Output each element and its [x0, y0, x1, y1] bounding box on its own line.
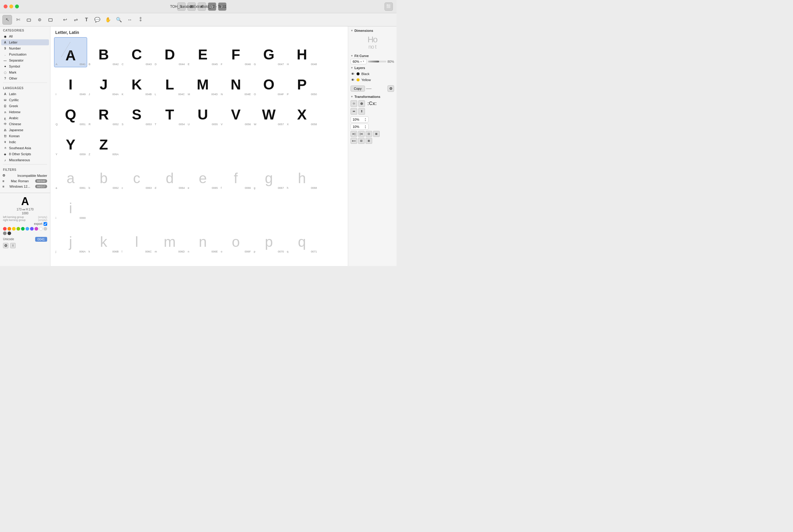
color-green[interactable] [21, 227, 25, 231]
sidebar-item-indic[interactable]: ड Indic [1, 139, 49, 145]
maximize-button[interactable] [15, 4, 19, 8]
sidebar-item-greek[interactable]: Ω Greek [1, 103, 49, 109]
glyph-cell-N[interactable]: N N004E [219, 67, 252, 97]
glyph-cell-m[interactable]: m m006D [153, 225, 186, 254]
sidebar-item-letter[interactable]: A Letter [1, 39, 49, 45]
pen-tool[interactable] [35, 15, 44, 25]
color-pink[interactable] [35, 227, 38, 231]
sidebar-item-korean[interactable]: 한 Korean [1, 133, 49, 139]
transform-btn-1[interactable]: ⊳| [351, 131, 357, 137]
sidebar-item-other-scripts[interactable]: ◈ 8 Other Scripts [1, 151, 49, 157]
filter-incompatible[interactable]: ⚙ Incompatible Master [0, 173, 50, 178]
sidebar-item-other[interactable]: ? Other [1, 75, 49, 81]
color-darkgray[interactable] [7, 231, 11, 235]
glyph-cell-b[interactable]: b b0062 [87, 161, 120, 191]
glyph-cell-P[interactable]: P P0050 [285, 67, 318, 97]
transform-btn-3[interactable]: ⊡ [366, 131, 372, 137]
color-orange[interactable] [7, 227, 11, 231]
transform-center[interactable]: ⊕ [358, 100, 365, 107]
glyph-cell-c[interactable]: c c0063 [120, 161, 153, 191]
glyph-cell-F[interactable]: F F0046 [219, 37, 252, 67]
gear-settings-button[interactable]: ⚙ [3, 243, 8, 248]
glyph-cell-d[interactable]: d d0064 [153, 161, 186, 191]
transform-btn-6[interactable]: ⊟ [358, 138, 365, 144]
transform-flip-h[interactable]: ⇔ [351, 108, 357, 115]
flip-tool[interactable]: ⇌ [71, 15, 80, 25]
sidebar-item-southeast-asia[interactable]: ก Southeast Asia [1, 145, 49, 151]
copy-gear-button[interactable]: ⚙ [387, 85, 394, 92]
glyph-cell-U[interactable]: U U0055 [186, 97, 219, 127]
undo-tool[interactable]: ↩ [60, 15, 70, 25]
info-glyph-button[interactable]: i [10, 243, 16, 248]
glyph-cell-C[interactable]: C C0043 [120, 37, 153, 67]
text-tool[interactable]: T [82, 15, 91, 25]
knife-tool[interactable]: ✄ [13, 15, 23, 25]
glyph-cell-S[interactable]: S S0053 [120, 97, 153, 127]
fit-pct-stepper[interactable]: ▲▼ [360, 60, 365, 63]
sidebar-item-miscellaneous[interactable]: ♪ Miscellaneous [1, 157, 49, 163]
sidebar-item-punctuation[interactable]: . Punctuation [1, 51, 49, 57]
rect-tool[interactable] [45, 15, 55, 25]
glyph-cell-D[interactable]: D D0044 [153, 37, 186, 67]
glyph-cell-i[interactable]: i i0069 [54, 191, 87, 221]
glyph-cell-g[interactable]: g g0067 [252, 161, 285, 191]
export-checkbox[interactable] [43, 222, 47, 226]
color-purple[interactable] [30, 227, 34, 231]
color-lime[interactable] [17, 227, 20, 231]
glyph-cell-B[interactable]: B B 0042 [87, 37, 120, 67]
transform-align-tl[interactable]: ⊹ [351, 100, 357, 107]
minimize-button[interactable] [9, 4, 13, 8]
color-lightgray[interactable] [43, 227, 47, 231]
glyph-cell-R[interactable]: R R0052 [87, 97, 120, 127]
glyph-cell-k[interactable]: k k006B [87, 225, 120, 254]
glyph-cell-E[interactable]: E E0045 [186, 37, 219, 67]
glyph-cell-T[interactable]: T T0054 [153, 97, 186, 127]
fit-pct-box[interactable]: 60% ▲▼ [351, 59, 367, 64]
filter-windows[interactable]: ≡ Windows 12... 66/217 [0, 184, 50, 189]
glyph-cell-n[interactable]: n n006E [186, 225, 219, 254]
glyph-cell-I[interactable]: I I0049 [54, 67, 87, 97]
sidebar-item-chinese[interactable]: 中 Chinese [1, 121, 49, 127]
layer-yellow-eye[interactable]: 👁 [351, 78, 355, 82]
transform-stepper2[interactable]: ▲▼ [364, 125, 367, 129]
transform-input2[interactable]: 10% ▲▼ [351, 124, 369, 130]
glyph-cell-q[interactable]: q q0071 [285, 225, 318, 254]
color-red[interactable] [3, 227, 6, 231]
hand-tool[interactable]: ✋ [103, 15, 113, 25]
sidebar-item-separator[interactable]: — Separator [1, 57, 49, 63]
transform-input1[interactable]: 10% ▲▼ [351, 116, 369, 122]
eraser-tool[interactable] [24, 15, 34, 25]
glyph-cell-H[interactable]: H H0048 [285, 37, 318, 67]
speech-tool[interactable]: 💬 [93, 15, 102, 25]
sidebar-item-latin[interactable]: A Latin [1, 91, 49, 97]
layer-black-eye[interactable]: 👁 [351, 72, 355, 76]
sidebar-item-all[interactable]: ◉ All [1, 33, 49, 39]
sidebar-item-arabic[interactable]: ع Arabic [1, 115, 49, 121]
zoom-tool[interactable]: 🔍 [114, 15, 124, 25]
sidebar-item-number[interactable]: 9 Number [1, 45, 49, 51]
color-white[interactable] [39, 227, 43, 231]
glyph-cell-Y[interactable]: Y Y0059 [54, 127, 87, 157]
glyph-cell-e[interactable]: e e0065 [186, 161, 219, 191]
glyph-cell-o[interactable]: o o006F [219, 225, 252, 254]
transform-flip-v[interactable]: ⇕ [358, 108, 365, 115]
glyph-cell-j[interactable]: j j006A [54, 225, 87, 254]
glyph-cell-K[interactable]: K K004B [120, 67, 153, 97]
sidebar-item-symbol[interactable]: ✦ Symbol [1, 63, 49, 69]
glyph-cell-G[interactable]: G G0047 [252, 37, 285, 67]
transform-stepper1[interactable]: ▲▼ [364, 117, 367, 121]
glyph-cell-a[interactable]: a a0061 [54, 161, 87, 191]
transform-btn-2[interactable]: |⊲ [358, 131, 365, 137]
transform-btn-7[interactable]: ⊞ [366, 138, 372, 144]
color-yellow[interactable] [12, 227, 16, 231]
glyph-cell-r[interactable]: r r0072 [54, 254, 87, 266]
glyph-cell-M[interactable]: M M004D [186, 67, 219, 97]
sidebar-item-cyrillic[interactable]: Ш Cyrillic [1, 97, 49, 103]
sidebar-item-mark[interactable]: ◌ Mark [1, 69, 49, 75]
glyph-cell-h[interactable]: h h0068 [285, 161, 318, 191]
close-button[interactable] [4, 4, 7, 8]
color-lightblue[interactable] [25, 227, 29, 231]
glyph-cell-O[interactable]: O O004F [252, 67, 285, 97]
glyph-cell-l[interactable]: l l006C [120, 225, 153, 254]
select-tool[interactable]: ↖ [2, 15, 12, 25]
